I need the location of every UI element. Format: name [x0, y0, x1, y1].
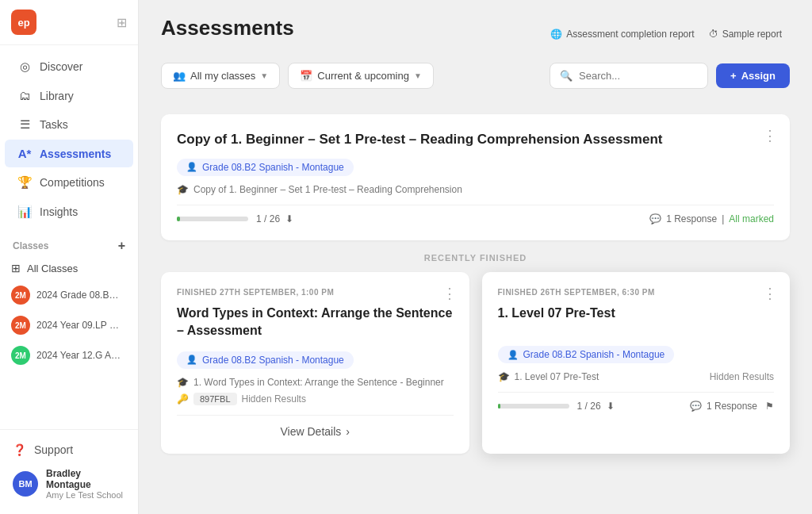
progress-fill-right — [498, 404, 501, 409]
grid-icon: ⊞ — [11, 262, 21, 274]
card-menu-button-right[interactable]: ⋮ — [763, 285, 777, 302]
sidebar-item-class-2[interactable]: 2M 2024 Year 09.LP Span... — [0, 310, 138, 340]
progress-text: 1 / 26 ⬇ — [256, 213, 293, 224]
search-box[interactable]: 🔍 — [550, 63, 708, 89]
hidden-results-right[interactable]: Hidden Results — [710, 371, 774, 382]
sidebar-item-insights[interactable]: 📊 Insights — [5, 198, 133, 226]
sample-icon: ⏱ — [709, 29, 718, 40]
sidebar-item-tasks[interactable]: ☰ Tasks — [5, 110, 133, 139]
card-menu-button-left[interactable]: ⋮ — [442, 285, 457, 302]
response-area: 💬 1 Response | All marked — [649, 213, 774, 224]
download-icon-right: ⬇ — [607, 401, 615, 412]
sidebar-item-label: Competitions — [40, 176, 105, 189]
sidebar-item-discover[interactable]: ◎ Discover — [5, 52, 133, 81]
filter-classes-button[interactable]: 👥 All my classes ▼ — [161, 63, 280, 89]
collapse-sidebar-button[interactable]: ⊞ — [117, 15, 127, 30]
progress-area-right: 1 / 26 ⬇ — [498, 401, 615, 412]
card-menu-button[interactable]: ⋮ — [763, 127, 777, 144]
user-name: Bradley Montague — [46, 468, 125, 490]
class-name-3: 2024 Year 12.G Ab Ini... — [36, 350, 124, 361]
sidebar-item-competitions[interactable]: 🏆 Competitions — [5, 168, 133, 197]
sidebar-header: ep ⊞ — [0, 0, 138, 45]
sidebar-item-label: Tasks — [40, 118, 68, 131]
finished-cards-row: ⋮ FINISHED 27TH SEPTEMBER, 1:00 PM Word … — [161, 272, 790, 454]
add-class-button[interactable]: + — [118, 239, 125, 253]
chevron-down-icon-2: ▼ — [414, 71, 422, 80]
content-area: ⋮ Copy of 1. Beginner – Set 1 Pre-test –… — [139, 102, 812, 514]
badge-icon: 👤 — [186, 162, 197, 172]
discover-icon: ◎ — [17, 59, 32, 74]
download-icon: ⬇ — [285, 213, 293, 224]
competitions-icon: 🏆 — [17, 175, 32, 190]
source-icon-left: 🎓 — [177, 377, 189, 388]
key-icon: 🔑 — [177, 393, 189, 405]
insights-icon: 📊 — [17, 205, 32, 219]
tasks-icon: ☰ — [17, 117, 32, 132]
plus-icon: + — [730, 70, 737, 82]
assessment-card-main: ⋮ Copy of 1. Beginner – Set 1 Pre-test –… — [161, 114, 790, 240]
all-marked-label: All marked — [729, 213, 774, 224]
chevron-down-icon: ▼ — [260, 71, 268, 80]
classes-section-header: Classes + — [0, 232, 138, 256]
sidebar-item-all-classes[interactable]: ⊞ All Classes — [0, 256, 138, 280]
flag-icon: ⚑ — [765, 401, 774, 412]
assign-button[interactable]: + Assign — [716, 63, 790, 88]
class-badge-left: 👤 Grade 08.B2 Spanish - Montague — [177, 351, 354, 369]
response-icon-right: 💬 — [690, 401, 702, 412]
page-title: Assessments — [161, 16, 294, 40]
sidebar-item-class-1[interactable]: 2M 2024 Grade 08.B2 Sp... — [0, 280, 138, 310]
class-badge-right: 👤 Grade 08.B2 Spanish - Montague — [498, 346, 675, 363]
sidebar-item-library[interactable]: 🗂 Library — [5, 82, 133, 109]
completion-report-link[interactable]: 🌐 Assessment completion report — [550, 29, 694, 40]
assessments-icon: A* — [17, 147, 32, 160]
finished-card-right: ⋮ FINISHED 26TH SEPTEMBER, 6:30 PM 1. Le… — [482, 272, 791, 454]
view-details-button[interactable]: View Details › — [177, 415, 454, 438]
sidebar-item-assessments[interactable]: A* Assessments — [5, 140, 133, 167]
hidden-results-left[interactable]: Hidden Results — [242, 393, 306, 405]
card-source: 🎓 Copy of 1. Beginner – Set 1 Pre-test –… — [177, 184, 774, 195]
source-icon-right: 🎓 — [498, 371, 510, 382]
progress-bar — [177, 217, 248, 221]
card-footer: 1 / 26 ⬇ 💬 1 Response | All marked — [177, 213, 774, 224]
library-icon: 🗂 — [17, 89, 32, 102]
user-info: Bradley Montague Amy Le Test School — [46, 468, 125, 500]
class-name-1: 2024 Grade 08.B2 Sp... — [36, 290, 124, 301]
recently-finished-label: RECENTLY FINISHED — [161, 253, 790, 263]
main-content: Assessments 🌐 Assessment completion repo… — [139, 0, 812, 514]
calendar-icon: 📅 — [300, 70, 312, 82]
finished-title-left: Word Types in Context: Arrange the Sente… — [177, 305, 454, 340]
filter-time-button[interactable]: 📅 Current & upcoming ▼ — [288, 63, 434, 89]
sidebar-item-support[interactable]: ❓ Support — [13, 438, 125, 462]
classes-icon: 👥 — [173, 70, 186, 82]
sidebar-item-class-3[interactable]: 2M 2024 Year 12.G Ab Ini... — [0, 340, 138, 370]
class-name-2: 2024 Year 09.LP Span... — [36, 320, 124, 331]
chevron-right-icon: › — [346, 425, 350, 438]
progress-fill — [177, 217, 180, 221]
progress-area: 1 / 26 ⬇ — [177, 213, 293, 224]
sample-report-link[interactable]: ⏱ Sample report — [709, 29, 782, 40]
sidebar-nav: ◎ Discover 🗂 Library ☰ Tasks A* Assessme… — [0, 45, 138, 429]
code-row-left: 🔑 897FBL Hidden Results — [177, 393, 454, 405]
badge-icon-right: 👤 — [508, 350, 519, 360]
search-input[interactable] — [579, 70, 690, 82]
source-left: 🎓 1. Word Types in Context: Arrange the … — [177, 377, 454, 388]
finished-date-right: FINISHED 26TH SEPTEMBER, 6:30 PM — [498, 288, 775, 297]
user-school: Amy Le Test School — [46, 490, 125, 500]
support-icon: ❓ — [13, 443, 26, 456]
sidebar-bottom: ❓ Support BM Bradley Montague Amy Le Tes… — [0, 429, 138, 514]
user-profile[interactable]: BM Bradley Montague Amy Le Test School — [13, 462, 125, 506]
finished-title-right: 1. Level 07 Pre-Test — [498, 305, 775, 322]
response-icon: 💬 — [649, 213, 661, 224]
sidebar-item-label: Library — [40, 90, 74, 102]
code-tag: 897FBL — [193, 393, 237, 405]
sidebar: ep ⊞ ◎ Discover 🗂 Library ☰ Tasks A* Ass… — [0, 0, 139, 514]
app-logo[interactable]: ep — [11, 10, 36, 35]
class-badge: 👤 Grade 08.B2 Spanish - Montague — [177, 159, 354, 176]
all-classes-label: All Classes — [27, 263, 78, 274]
source-right: 🎓 1. Level 07 Pre-Test Hidden Results — [498, 371, 775, 382]
chart-icon: 🌐 — [550, 29, 562, 40]
toolbar: 👥 All my classes ▼ 📅 Current & upcoming … — [161, 63, 790, 89]
response-area-right: 💬 1 Response ⚑ — [690, 401, 774, 412]
badge-icon-left: 👤 — [186, 355, 197, 365]
card-footer-right: 1 / 26 ⬇ 💬 1 Response ⚑ — [498, 401, 775, 412]
